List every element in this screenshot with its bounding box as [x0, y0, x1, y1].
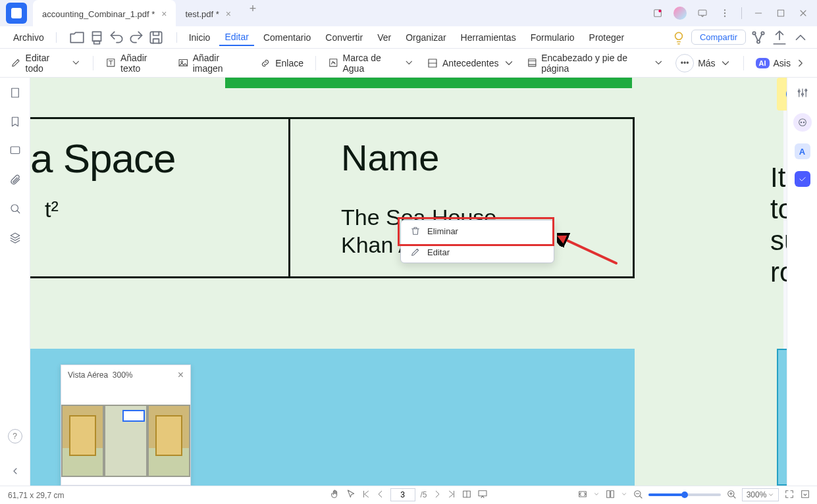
- sticky-note[interactable]: W: [777, 78, 787, 111]
- chevron-up-icon[interactable]: [792, 29, 809, 46]
- thumbnails-icon[interactable]: [9, 87, 21, 101]
- label: Añadir imagen: [193, 53, 248, 74]
- zoom-out-icon[interactable]: [633, 489, 643, 501]
- ai-chat-icon[interactable]: [793, 113, 812, 132]
- chevron-left-icon[interactable]: [10, 466, 20, 479]
- close-icon[interactable]: ×: [226, 9, 231, 19]
- upload-icon[interactable]: [771, 29, 788, 46]
- comments-icon[interactable]: [9, 145, 21, 159]
- sub-heading: t²: [45, 197, 59, 222]
- app-logo[interactable]: [6, 3, 27, 24]
- read-mode-icon[interactable]: [461, 489, 472, 501]
- menu-comment[interactable]: Comentario: [258, 30, 316, 45]
- image-icon: [178, 57, 189, 69]
- attachment-icon[interactable]: [9, 174, 21, 188]
- zoom-slider[interactable]: [648, 493, 721, 496]
- translate-icon[interactable]: A: [795, 143, 810, 159]
- menu-form[interactable]: Formulario: [525, 30, 580, 45]
- svg-rect-2: [698, 10, 706, 15]
- link-button[interactable]: Enlace: [259, 57, 303, 69]
- background-button[interactable]: Antecedentes: [427, 57, 515, 69]
- document-tab[interactable]: test.pdf * ×: [176, 0, 240, 26]
- header-footer-button[interactable]: Encabezado y pie de página: [527, 53, 664, 74]
- edit-all-button[interactable]: Editar todo: [11, 53, 81, 74]
- document-tab[interactable]: accounting_Combinar_1.pdf * ×: [33, 0, 176, 26]
- close-window-icon[interactable]: [793, 3, 813, 23]
- collapse-icon[interactable]: [800, 489, 810, 501]
- zoom-controls: 300%: [577, 486, 810, 504]
- prev-page-icon[interactable]: [375, 490, 384, 501]
- label: Antecedentes: [442, 58, 499, 68]
- maximize-icon[interactable]: [771, 3, 791, 23]
- select-icon[interactable]: [345, 489, 356, 501]
- more-button[interactable]: ••• Más: [675, 54, 731, 72]
- redo-icon[interactable]: [128, 29, 145, 46]
- more-icon[interactable]: [715, 3, 735, 23]
- svg-rect-11: [150, 32, 161, 43]
- menu-home[interactable]: Inicio: [184, 30, 216, 45]
- chevron-down-icon: [70, 57, 82, 69]
- menu-file[interactable]: Archivo: [8, 30, 49, 45]
- minimize-icon[interactable]: [749, 3, 768, 23]
- print-icon[interactable]: [88, 29, 105, 46]
- bookmark-icon[interactable]: [9, 116, 21, 130]
- fullscreen-icon[interactable]: [784, 489, 795, 501]
- help-icon[interactable]: ?: [8, 429, 22, 443]
- aerial-thumbnail[interactable]: [61, 405, 190, 477]
- tasks-icon[interactable]: [795, 171, 810, 187]
- label: Enlace: [275, 58, 303, 68]
- bulb-icon[interactable]: [670, 29, 687, 46]
- layout-icon[interactable]: [605, 489, 616, 501]
- hand-icon[interactable]: [329, 489, 340, 501]
- text-icon: [105, 57, 117, 69]
- svg-rect-7: [777, 10, 783, 16]
- page-input[interactable]: [390, 488, 415, 501]
- chevron-down-icon[interactable]: [593, 490, 600, 499]
- sliders-icon[interactable]: [797, 87, 808, 101]
- menu-tools[interactable]: Herramientas: [456, 30, 521, 45]
- menu-organize[interactable]: Organizar: [400, 30, 451, 45]
- document-stage[interactable]: a Space t² Name The Sea House Khan Archi…: [30, 78, 787, 486]
- share-button[interactable]: Compartir: [691, 30, 746, 45]
- ai-assist-button[interactable]: AI Asis: [756, 57, 806, 69]
- svg-point-37: [803, 122, 804, 122]
- first-page-icon[interactable]: [361, 490, 370, 501]
- menu-view[interactable]: Ver: [372, 30, 396, 45]
- add-tab-button[interactable]: +: [244, 0, 261, 17]
- search-icon[interactable]: [9, 203, 21, 217]
- aerial-view-panel[interactable]: Vista Aérea 300% ×: [61, 365, 191, 486]
- viewport-indicator[interactable]: [122, 410, 145, 422]
- watermark-button[interactable]: Marca de Agua: [328, 53, 415, 74]
- add-image-button[interactable]: Añadir imagen: [178, 53, 248, 74]
- svg-point-3: [724, 10, 725, 11]
- zoom-in-icon[interactable]: [726, 489, 737, 501]
- layers-icon[interactable]: [9, 232, 21, 246]
- add-text-button[interactable]: Añadir texto: [105, 53, 166, 74]
- page-navigator: /5: [329, 486, 487, 504]
- chat-icon[interactable]: [693, 3, 712, 23]
- close-icon[interactable]: ×: [161, 9, 167, 19]
- zoom-value[interactable]: 300%: [742, 488, 779, 501]
- undo-icon[interactable]: [108, 29, 125, 46]
- edit-toolbar: Editar todo Añadir texto Añadir imagen E…: [0, 49, 817, 78]
- fit-width-icon[interactable]: [577, 489, 588, 501]
- menu-protect[interactable]: Proteger: [584, 30, 630, 45]
- trash-icon: [410, 226, 421, 236]
- context-delete[interactable]: Eliminar: [401, 220, 554, 241]
- next-page-icon[interactable]: [433, 490, 442, 501]
- menu-edit[interactable]: Editar: [219, 29, 254, 46]
- avatar-icon[interactable]: [670, 3, 690, 23]
- last-page-icon[interactable]: [447, 490, 456, 501]
- chevron-down-icon: [404, 57, 415, 69]
- chevron-down-icon[interactable]: [621, 490, 627, 499]
- notification-icon[interactable]: [648, 3, 668, 23]
- open-icon[interactable]: [68, 29, 86, 46]
- close-icon[interactable]: ×: [178, 369, 184, 381]
- connect-icon[interactable]: [750, 29, 767, 46]
- presentation-icon[interactable]: [477, 489, 488, 501]
- menu-convert[interactable]: Convertir: [320, 30, 368, 45]
- svg-point-5: [724, 16, 725, 16]
- save-icon[interactable]: [147, 29, 165, 46]
- svg-rect-25: [11, 147, 20, 154]
- context-edit[interactable]: Editar: [401, 241, 554, 263]
